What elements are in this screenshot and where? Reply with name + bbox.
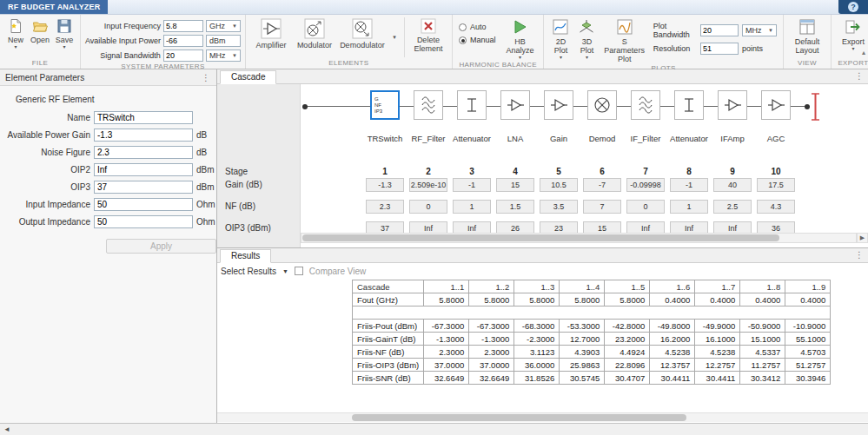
select-results-dropdown-arrow[interactable]: ▼ [282,268,288,274]
results-cell[interactable]: 30.4411 [650,372,695,385]
tab-results[interactable]: Results [220,249,271,263]
available-power-gain-field[interactable] [94,129,193,142]
results-cell[interactable]: 4.3903 [560,346,605,359]
nf-cell[interactable]: 3.5 [540,200,578,214]
nf-cell[interactable]: 1 [670,200,708,214]
results-cell[interactable]: -42.8000 [605,320,650,333]
results-cell[interactable]: 0.4000 [650,293,695,306]
results-horizontal-scrollbar[interactable] [217,412,868,422]
output-impedance-field[interactable] [94,215,193,228]
compare-view-checkbox[interactable] [295,267,303,275]
results-panel-menu-icon[interactable]: ⋮ [855,250,864,260]
results-cell[interactable]: -67.3000 [424,320,469,333]
gain-cell[interactable]: -1.3 [366,178,404,192]
results-cell[interactable]: 30.4411 [695,372,740,385]
results-cell[interactable]: -67.3000 [469,320,514,333]
nf-cell[interactable]: 1.5 [496,200,534,214]
help-icon[interactable]: ? [848,2,858,12]
oip2-field[interactable] [94,163,193,176]
results-cell[interactable]: 5.8000 [605,293,650,306]
results-header-col[interactable]: 1..3 [514,280,560,293]
amplifier-button[interactable]: Amplifier [250,16,292,49]
results-cell[interactable]: 4.4924 [605,346,650,359]
nf-cell[interactable]: 0 [409,200,447,214]
results-row-label[interactable] [353,306,424,320]
results-row-label[interactable]: Fout (GHz) [353,293,424,306]
delete-element-button[interactable]: Delete Element [409,16,447,53]
cascade-element-if_filter[interactable] [631,90,660,120]
results-row-label[interactable]: Friis-OIP3 (dBm) [353,359,424,372]
results-cell[interactable] [650,306,695,320]
plot-bandwidth-unit-select[interactable]: MHz▼ [742,24,777,36]
results-cell[interactable]: 37.0000 [469,359,514,372]
input-frequency-field[interactable] [163,20,203,32]
cascade-element-agc[interactable] [761,90,791,120]
scrollbar-thumb[interactable] [352,414,686,421]
results-cell[interactable]: 32.6649 [469,372,514,385]
resolution-field[interactable] [700,43,739,55]
cascade-element-lna[interactable] [500,90,530,120]
results-cell[interactable]: -68.3000 [514,320,560,333]
results-cell[interactable]: -2.3000 [514,333,560,346]
export-dropdown-arrow[interactable]: ▾ [851,46,854,51]
name-field[interactable] [94,111,193,124]
gain-cell[interactable]: 2.509e-10 [409,178,447,192]
results-cell[interactable]: 16.1000 [695,333,740,346]
cascade-element-ifamp[interactable] [718,90,747,120]
results-cell[interactable]: 55.1000 [785,333,831,346]
noise-figure-field[interactable] [94,146,193,159]
results-row-label[interactable]: Friis-GainT (dB) [353,333,424,346]
results-cell[interactable]: 31.8526 [514,372,560,385]
results-cell[interactable]: -10.9000 [785,320,831,333]
results-header-col[interactable]: 1..9 [785,280,831,293]
cascade-horizontal-scrollbar[interactable] [301,233,857,243]
plot-3d-dropdown-arrow[interactable]: ▾ [586,55,588,60]
results-cell[interactable]: 30.3412 [740,372,785,385]
results-cell[interactable]: 5.8000 [469,293,514,306]
results-cell[interactable]: 30.3946 [785,372,831,385]
cascade-element-demod[interactable] [587,90,617,120]
results-cell[interactable]: 32.6649 [424,372,469,385]
available-input-power-field[interactable] [163,35,203,47]
results-cell[interactable]: 36.0000 [514,359,560,372]
plot-2d-dropdown-arrow[interactable]: ▾ [560,55,562,60]
gain-cell[interactable]: -7 [583,178,621,192]
results-cell[interactable]: 25.9863 [560,359,605,372]
tab-cascade[interactable]: Cascade [220,70,276,84]
results-cell[interactable] [560,306,605,320]
cascade-element-attenuator[interactable] [457,90,487,120]
nf-cell[interactable]: 0 [626,200,665,214]
results-cell[interactable] [785,306,831,320]
results-cell[interactable]: 2.3000 [424,346,469,359]
nf-cell[interactable]: 2.5 [713,200,752,214]
manual-radio[interactable]: Manual [459,36,496,44]
save-button[interactable]: Save ▾ [53,16,76,49]
nf-cell[interactable]: 7 [583,200,621,214]
results-cell[interactable]: 11.2757 [740,359,785,372]
results-header-col[interactable]: 1..5 [605,280,650,293]
new-button[interactable]: New ▾ [4,16,27,49]
results-cell[interactable] [605,306,650,320]
input-frequency-unit-select[interactable]: GHz▼ [206,20,241,32]
results-cell[interactable]: 5.8000 [514,293,560,306]
cascade-element-trswitch[interactable]: GNFIP3 [370,90,400,120]
new-dropdown-arrow[interactable]: ▾ [14,44,17,49]
auto-radio[interactable]: Auto [459,23,496,31]
results-header-col[interactable]: 1..4 [560,280,605,293]
results-cell[interactable]: 0.4000 [695,293,740,306]
panel-menu-icon[interactable]: ⋮ [202,73,211,82]
results-cell[interactable] [695,306,740,320]
gain-cell[interactable]: 17.5 [757,178,795,192]
plot-2d-button[interactable]: 2D Plot ▾ [548,16,573,60]
results-cell[interactable]: 30.5745 [560,372,605,385]
results-cell[interactable]: -53.3000 [560,320,605,333]
apply-button[interactable]: Apply [106,239,216,254]
cascade-panel-menu-icon[interactable]: ⋮ [855,71,864,81]
results-header-col[interactable]: 1..2 [469,280,514,293]
gain-cell[interactable]: 10.5 [540,178,578,192]
cascade-element-gain[interactable] [544,90,573,120]
gain-cell[interactable]: -1 [453,178,491,192]
results-cell[interactable]: 12.7000 [560,333,605,346]
results-cell[interactable]: 0.4000 [740,293,785,306]
results-cell[interactable]: 4.5337 [740,346,785,359]
